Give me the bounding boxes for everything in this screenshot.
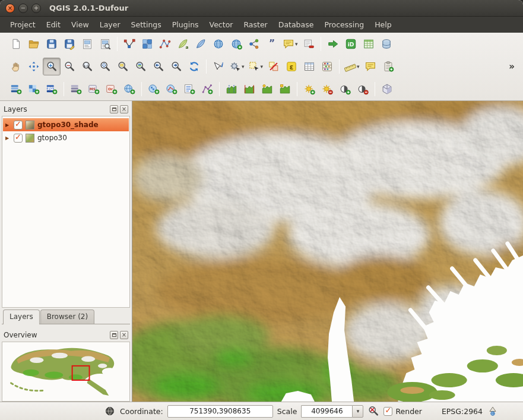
full-histogram-stretch-button[interactable] (240, 80, 258, 98)
expand-arrow-icon[interactable]: ▶ (5, 135, 11, 141)
scale-dropdown-button[interactable]: ▾ (352, 405, 363, 418)
new-print-composer-button[interactable] (78, 35, 96, 53)
add-raster-layer-button[interactable] (25, 80, 43, 98)
select-features-dropdown-caret[interactable]: ▾ (261, 64, 264, 70)
georeferencer-button[interactable] (138, 35, 156, 53)
panel-tab-browser-2[interactable]: Browser (2) (40, 310, 94, 324)
remove-annotation-button[interactable] (300, 35, 318, 53)
add-mssql-layer-button[interactable]: MS (85, 80, 103, 98)
close-button[interactable]: × (5, 4, 15, 13)
layer-visibility-checkbox[interactable]: ✓ (14, 121, 23, 130)
zoom-to-layer-button[interactable] (132, 58, 150, 75)
save-project-button[interactable] (43, 35, 61, 53)
processing-toolbox-button[interactable] (324, 35, 342, 53)
overview-map-panel[interactable] (2, 342, 130, 402)
composer-manager-button[interactable] (96, 35, 114, 53)
local-cumulative-stretch-button[interactable] (258, 80, 276, 98)
zoom-out-button[interactable]: − (61, 58, 78, 75)
menu-raster[interactable]: Raster (238, 17, 272, 32)
map-preview-button[interactable] (378, 80, 396, 98)
add-delimited-text-layer-button[interactable] (180, 80, 198, 98)
layer-visibility-checkbox[interactable]: ✓ (14, 134, 23, 143)
add-wms-layer-button[interactable] (121, 80, 138, 98)
touch-zoom-pan-button[interactable] (25, 58, 43, 75)
minimize-button[interactable]: − (18, 4, 28, 13)
menu-database[interactable]: Database (273, 17, 319, 32)
deselect-all-button[interactable] (265, 58, 283, 75)
add-wfs-layer-button[interactable] (163, 80, 180, 98)
measure-button[interactable]: ▾ (343, 58, 362, 75)
toggle-extents-button[interactable] (104, 405, 116, 417)
topology-checker-button[interactable] (121, 35, 138, 53)
menu-vector[interactable]: Vector (204, 17, 239, 32)
select-features-button[interactable]: ▾ (246, 58, 265, 75)
close-layers-panel-button[interactable]: × (120, 105, 128, 113)
maximize-button[interactable]: + (31, 4, 41, 13)
layer-item-gtopo30_shade[interactable]: ▶✓gtopo30_shade (3, 118, 129, 131)
local-histogram-stretch-button[interactable] (223, 80, 240, 98)
text-annotation-dropdown-caret[interactable]: ▾ (295, 41, 298, 47)
new-project-button[interactable] (7, 35, 25, 53)
stop-rendering-button[interactable] (367, 405, 379, 417)
zoom-in-button[interactable]: + (43, 58, 61, 75)
identify-features-button[interactable]: i (210, 58, 227, 75)
gps-tools-button[interactable]: ” (263, 35, 281, 53)
run-feature-action-button[interactable]: ▾ (227, 58, 246, 75)
road-graph-button[interactable] (245, 35, 263, 53)
decrease-contrast-button[interactable] (354, 80, 372, 98)
add-oracle-layer-button[interactable]: Or (103, 80, 121, 98)
zoom-to-selection-button[interactable] (114, 58, 132, 75)
menu-help[interactable]: Help (369, 17, 397, 32)
increase-brightness-button[interactable] (300, 80, 318, 98)
expand-arrow-icon[interactable]: ▶ (5, 122, 11, 128)
add-spatialite-layer-button[interactable] (67, 80, 85, 98)
float-overview-panel-button[interactable] (110, 331, 118, 339)
interpolation-button[interactable] (156, 35, 174, 53)
text-annotation-button[interactable]: ▾ (281, 35, 300, 53)
statistics-summary-button[interactable] (360, 35, 378, 53)
layer-item-gtopo30[interactable]: ▶✓gtopo30 (3, 131, 129, 144)
panel-tab-layers[interactable]: Layers (3, 310, 40, 324)
toolbar-overflow-button[interactable]: » (506, 60, 517, 73)
full-cumulative-stretch-button[interactable] (276, 80, 294, 98)
zoom-native-button[interactable]: 1:1 (78, 58, 96, 75)
id-editor-button[interactable]: iD (342, 35, 360, 53)
zoom-full-button[interactable] (96, 58, 114, 75)
map-tips-button[interactable] (362, 58, 379, 75)
measure-dropdown-caret[interactable]: ▾ (357, 64, 360, 70)
menu-plugins[interactable]: Plugins (167, 17, 204, 32)
pan-map-button[interactable] (7, 58, 25, 75)
db-manager-button[interactable] (378, 35, 395, 53)
new-shapefile-layer-button[interactable] (198, 80, 216, 98)
crs-status-button[interactable] (487, 405, 499, 417)
refresh-map-button[interactable] (185, 58, 203, 75)
add-wcs-layer-button[interactable] (145, 80, 163, 98)
decrease-brightness-button[interactable] (318, 80, 336, 98)
open-project-button[interactable] (25, 35, 43, 53)
labeling-button[interactable]: a (174, 35, 192, 53)
menu-settings[interactable]: Settings (126, 17, 167, 32)
new-bookmark-button[interactable] (379, 58, 397, 75)
zoom-last-button[interactable] (150, 58, 167, 75)
open-attribute-table-button[interactable] (300, 58, 318, 75)
close-overview-panel-button[interactable]: × (120, 331, 128, 339)
zoom-next-button[interactable] (167, 58, 185, 75)
menu-project[interactable]: Project (5, 17, 41, 32)
run-feature-action-dropdown-caret[interactable]: ▾ (242, 64, 245, 70)
add-postgis-layer-button[interactable]: PG (43, 80, 61, 98)
float-layers-panel-button[interactable] (110, 105, 118, 113)
scale-combobox[interactable]: ▾ (301, 405, 363, 418)
save-project-as-button[interactable] (61, 35, 78, 53)
map-canvas[interactable] (132, 101, 523, 402)
coordinate-input[interactable] (167, 405, 273, 418)
field-calculator-button[interactable] (318, 58, 336, 75)
menu-edit[interactable]: Edit (41, 17, 66, 32)
render-checkbox[interactable]: ✓ Render (383, 407, 422, 416)
select-by-expression-button[interactable]: ε (283, 58, 300, 75)
add-vector-layer-button[interactable] (7, 80, 25, 98)
increase-contrast-button[interactable] (336, 80, 354, 98)
menu-layer[interactable]: Layer (94, 17, 126, 32)
scale-input[interactable] (301, 405, 352, 418)
move-label-button[interactable] (192, 35, 210, 53)
metasearch-button[interactable] (210, 35, 227, 53)
